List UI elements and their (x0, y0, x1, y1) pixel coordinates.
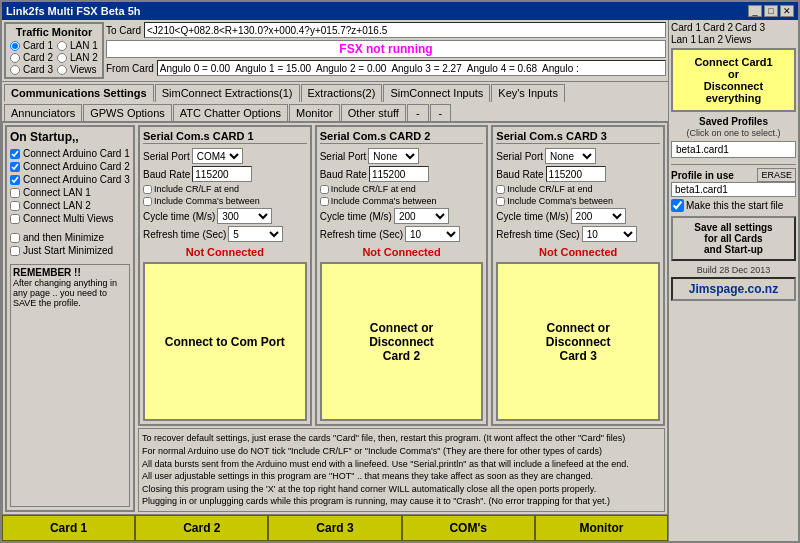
card2-baud-row: Baud Rate (320, 166, 484, 182)
from-card-input[interactable] (157, 60, 666, 76)
card2-commas-cb[interactable] (320, 197, 329, 206)
cb-arduino1-label: Connect Arduino Card 1 (23, 148, 130, 159)
make-start-cb[interactable] (671, 199, 684, 212)
cb-arduino2[interactable] (10, 162, 20, 172)
bottom-tab-monitor[interactable]: Monitor (535, 515, 668, 541)
card2-cycle-row: Cycle time (M/s) 200 300 100 500 (320, 208, 484, 224)
tab-keys-inputs[interactable]: Key's Inputs (491, 84, 565, 102)
card3-refresh-select[interactable]: 10 5 15 (582, 226, 637, 242)
radio-views[interactable] (57, 65, 67, 75)
card2-cycle-select[interactable]: 200 300 100 500 (394, 208, 449, 224)
card1-crlf-cb[interactable] (143, 185, 152, 194)
cb-just-start-row: Just Start Minimized (10, 245, 130, 256)
card3-commas-label: Include Comma's between (507, 196, 613, 206)
tab-communications-settings[interactable]: Communications Settings (4, 84, 154, 102)
card1-port-select[interactable]: COM4 None COM1 COM2 COM3 (192, 148, 243, 164)
erase-button[interactable]: ERASE (757, 168, 796, 182)
card3-connect-button[interactable]: Connect orDisconnectCard 3 (496, 262, 660, 421)
cb-minimize[interactable] (10, 233, 20, 243)
card2-refresh-select[interactable]: 10 5 15 (405, 226, 460, 242)
card3-status: Not Connected (496, 246, 660, 258)
cb-arduino3[interactable] (10, 175, 20, 185)
tab-extractions2[interactable]: Extractions(2) (301, 84, 383, 102)
tab-annunciators[interactable]: Annunciators (4, 104, 82, 121)
card3-cycle-select[interactable]: 200 300 100 500 (571, 208, 626, 224)
bottom-tabs: Card 1 Card 2 Card 3 COM's Monitor (2, 515, 668, 541)
bottom-tab-card3[interactable]: Card 3 (268, 515, 401, 541)
card1-commas-cb[interactable] (143, 197, 152, 206)
bottom-tab-card2[interactable]: Card 2 (135, 515, 268, 541)
card1-cycle-select[interactable]: 300 200 100 500 (217, 208, 272, 224)
tab-gpws-options[interactable]: GPWS Options (83, 104, 172, 121)
card2-refresh-row: Refresh time (Sec) 10 5 15 (320, 226, 484, 242)
maximize-button[interactable]: □ (764, 5, 778, 17)
minimize-button[interactable]: _ (748, 5, 762, 17)
bottom-tab-coms[interactable]: COM's (402, 515, 535, 541)
cb-lan2-row: Connect LAN 2 (10, 200, 130, 211)
card1-port-label: Serial Port (143, 151, 190, 162)
card1-baud-input[interactable] (192, 166, 252, 182)
info-box: To recover default settings, just erase … (138, 428, 665, 512)
radio-card3[interactable] (10, 65, 20, 75)
remember-text: After changing anything in any page .. y… (13, 278, 127, 308)
tabs-row2: Annunciators GPWS Options ATC Chatter Op… (2, 102, 668, 122)
remember-title: REMEMBER !! (13, 267, 127, 278)
tab-simconnect-inputs[interactable]: SimConnect Inputs (383, 84, 490, 102)
tab-monitor[interactable]: Monitor (289, 104, 340, 121)
bottom-tab-card1[interactable]: Card 1 (2, 515, 135, 541)
card1-cycle-label: Cycle time (M/s) (143, 211, 215, 222)
radio-card2[interactable] (10, 53, 20, 63)
cb-just-start[interactable] (10, 246, 20, 256)
to-card-input[interactable] (144, 22, 666, 38)
right-card3-label: Card 3 (735, 22, 765, 33)
card3-baud-input[interactable] (546, 166, 606, 182)
radio-card1[interactable] (10, 41, 20, 51)
card3-port-select[interactable]: None COM1 COM2 COM3 COM4 (545, 148, 596, 164)
main-content: Traffic Monitor Card 1 Card 2 (2, 20, 798, 541)
card3-crlf-cb[interactable] (496, 185, 505, 194)
serial-card-2: Serial Com.s CARD 2 Serial Port None COM… (315, 125, 489, 426)
right-lan-labels-row: Lan 1 Lan 2 Views (671, 34, 796, 45)
cb-arduino1[interactable] (10, 149, 20, 159)
card2-crlf-cb[interactable] (320, 185, 329, 194)
right-lan1-label: Lan 1 (671, 34, 696, 45)
cb-lan1-row: Connect LAN 1 (10, 187, 130, 198)
tab-other-stuff[interactable]: Other stuff (341, 104, 406, 121)
card2-baud-input[interactable] (369, 166, 429, 182)
card3-commas-cb[interactable] (496, 197, 505, 206)
card2-status: Not Connected (320, 246, 484, 258)
card2-commas-row: Include Comma's between (320, 196, 484, 206)
card1-connect-button[interactable]: Connect to Com Port (143, 262, 307, 421)
profile-item-beta1[interactable]: beta1.card1 (671, 141, 796, 158)
save-all-button[interactable]: Save all settingsfor all Cardsand Start-… (671, 216, 796, 261)
card1-refresh-select[interactable]: 5 10 15 (228, 226, 283, 242)
cb-multiviews[interactable] (10, 214, 20, 224)
card2-port-select[interactable]: None COM1 COM2 COM3 COM4 (368, 148, 419, 164)
tab-atc-chatter[interactable]: ATC Chatter Options (173, 104, 288, 121)
left-panel: Traffic Monitor Card 1 Card 2 (2, 20, 668, 541)
profile-in-use-input[interactable] (671, 182, 796, 197)
card1-refresh-row: Refresh time (Sec) 5 10 15 (143, 226, 307, 242)
radio-lan2[interactable] (57, 53, 67, 63)
cb-lan1[interactable] (10, 188, 20, 198)
connect-all-button[interactable]: Connect Card1orDisconnect everything (671, 48, 796, 112)
right-lan2-label: Lan 2 (698, 34, 723, 45)
close-button[interactable]: ✕ (780, 5, 794, 17)
saved-profiles-title: Saved Profiles (671, 116, 796, 127)
cb-multiviews-label: Connect Multi Views (23, 213, 113, 224)
tab-dash2[interactable]: - (430, 104, 452, 121)
card3-baud-label: Baud Rate (496, 169, 543, 180)
card1-refresh-label: Refresh time (Sec) (143, 229, 226, 240)
tab-simconnect-extractions1[interactable]: SimConnect Extractions(1) (155, 84, 300, 102)
top-area: Traffic Monitor Card 1 Card 2 (2, 20, 668, 82)
radio-lan1[interactable] (57, 41, 67, 51)
traffic-monitor-title: Traffic Monitor (10, 26, 98, 38)
cb-lan2[interactable] (10, 201, 20, 211)
tab-dash1[interactable]: - (407, 104, 429, 121)
radio-lan2-row: LAN 2 (57, 52, 98, 63)
card2-refresh-label: Refresh time (Sec) (320, 229, 403, 240)
radio-lan1-row: LAN 1 (57, 40, 98, 51)
card2-crlf-row: Include CR/LF at end (320, 184, 484, 194)
card2-connect-button[interactable]: Connect orDisconnectCard 2 (320, 262, 484, 421)
card2-crlf-label: Include CR/LF at end (331, 184, 416, 194)
